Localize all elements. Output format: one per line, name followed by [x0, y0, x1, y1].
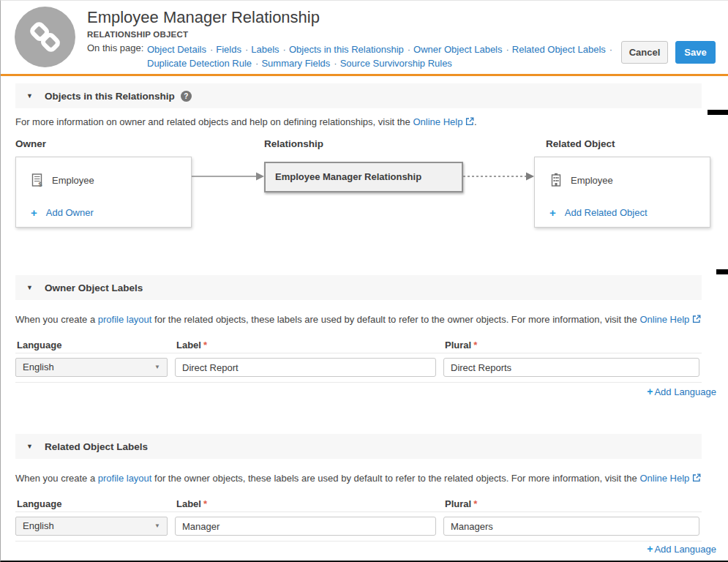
- add-related-object-label[interactable]: Add Related Object: [565, 207, 648, 218]
- related-labels-intro-text: When you create a profile layout for the…: [15, 473, 701, 484]
- on-this-page-links: Object Details·Fields·Labels·Objects in …: [147, 42, 626, 70]
- cancel-button[interactable]: Cancel: [621, 41, 668, 64]
- on-this-page-link[interactable]: Object Details: [147, 44, 206, 55]
- language-selected-value: English: [23, 520, 54, 531]
- link-separator: ·: [255, 58, 258, 69]
- plural-label: Plural*: [443, 498, 699, 509]
- plural-input[interactable]: [443, 358, 699, 377]
- required-marker: *: [203, 498, 207, 509]
- plus-icon: +: [549, 206, 556, 219]
- section-header-related-labels[interactable]: ▼ Related Object Labels: [15, 434, 702, 459]
- on-this-page-link-item: Labels·: [251, 42, 286, 56]
- relationship-card[interactable]: Employee Manager Relationship: [264, 162, 463, 192]
- intro-text: When you create a: [15, 314, 98, 325]
- intro-text: For more information on owner and relate…: [15, 116, 413, 127]
- profile-layout-link[interactable]: profile layout: [98, 473, 152, 484]
- on-this-page-link[interactable]: Owner Object Labels: [413, 44, 502, 55]
- owner-object-row[interactable]: $ Employee: [31, 172, 191, 188]
- online-help-link[interactable]: Online Help: [639, 473, 689, 484]
- on-this-page-link[interactable]: Labels: [251, 44, 279, 55]
- language-label: Language: [15, 498, 168, 509]
- plus-icon: +: [647, 543, 653, 555]
- relationship-column-header: Relationship: [264, 138, 323, 149]
- related-object-name: Employee: [571, 175, 613, 186]
- profile-layout-link[interactable]: profile layout: [98, 314, 152, 325]
- link-separator: ·: [210, 44, 213, 55]
- relationship-object-page: Employee Manager Relationship RELATIONSH…: [0, 0, 728, 562]
- scroll-marker: [716, 269, 728, 274]
- plus-icon: +: [31, 206, 37, 219]
- language-label: Language: [15, 340, 168, 351]
- save-button[interactable]: Save: [675, 41, 716, 64]
- owner-object-card: $ Employee + Add Owner: [15, 157, 192, 228]
- add-language-label[interactable]: Add Language: [654, 544, 716, 555]
- language-selected-value: English: [23, 361, 54, 372]
- link-separator: ·: [609, 44, 612, 55]
- help-icon[interactable]: ?: [181, 91, 192, 102]
- on-this-page-link[interactable]: Summary Fields: [261, 58, 330, 69]
- collapse-caret-icon[interactable]: ▼: [26, 443, 45, 450]
- language-select[interactable]: English ▼: [15, 358, 168, 377]
- employee-object-icon: $: [31, 173, 44, 187]
- required-marker: *: [203, 340, 207, 351]
- required-marker: *: [473, 340, 477, 351]
- link-separator: ·: [408, 44, 410, 55]
- relationship-to-related-arrow: [463, 171, 534, 181]
- related-labels-field-row: English ▼: [15, 512, 702, 542]
- related-object-row[interactable]: Employee: [549, 172, 710, 188]
- relationship-name: Employee Manager Relationship: [275, 171, 421, 182]
- related-labels-field-headers: Language Label* Plural*: [15, 498, 702, 509]
- required-marker: *: [473, 498, 477, 509]
- label-input[interactable]: [175, 517, 436, 536]
- owner-column-header: Owner: [15, 138, 46, 149]
- accent-divider: [1, 74, 728, 76]
- objects-intro-text: For more information on owner and relate…: [15, 116, 477, 127]
- on-this-page-link[interactable]: Objects in this Relationship: [289, 44, 404, 55]
- intro-text: for the owner objects, these labels are …: [151, 473, 639, 484]
- label-label: Label*: [175, 340, 436, 351]
- on-this-page-link[interactable]: Fields: [216, 44, 241, 55]
- section-header-owner-labels[interactable]: ▼ Owner Object Labels: [15, 275, 702, 300]
- chevron-down-icon: ▼: [154, 359, 160, 376]
- add-owner-button[interactable]: + Add Owner: [31, 204, 191, 220]
- owner-labels-field-headers: Language Label* Plural*: [15, 340, 702, 351]
- plural-label: Plural*: [443, 340, 699, 351]
- owner-labels-intro-text: When you create a profile layout for the…: [15, 314, 701, 325]
- language-select[interactable]: English ▼: [15, 517, 168, 536]
- external-link-icon: [692, 473, 701, 482]
- link-separator: ·: [245, 44, 248, 55]
- owner-labels-field-row: English ▼: [15, 353, 702, 383]
- online-help-link[interactable]: Online Help: [413, 116, 462, 127]
- intro-text: for the related objects, these labels ar…: [151, 314, 639, 325]
- online-help-link[interactable]: Online Help: [639, 314, 689, 325]
- scroll-marker: [708, 110, 728, 115]
- plural-input[interactable]: [443, 517, 699, 536]
- related-object-card: Employee + Add Related Object: [534, 157, 710, 228]
- add-language-label[interactable]: Add Language: [654, 386, 716, 397]
- intro-suffix: .: [474, 116, 477, 127]
- link-separator: ·: [334, 58, 337, 69]
- label-label: Label*: [175, 498, 436, 509]
- external-link-icon: [692, 315, 701, 323]
- collapse-caret-icon[interactable]: ▼: [26, 284, 45, 291]
- on-this-page-link[interactable]: Source Survivorship Rules: [340, 58, 452, 69]
- add-language-button[interactable]: +Add Language: [15, 543, 716, 555]
- add-language-button[interactable]: +Add Language: [15, 386, 716, 397]
- object-type-subtitle: RELATIONSHIP OBJECT: [87, 30, 188, 39]
- external-link-icon: [465, 117, 474, 126]
- on-this-page-link-item: Fields·: [216, 42, 248, 56]
- plus-icon: +: [647, 386, 653, 397]
- add-related-object-button[interactable]: + Add Related Object: [549, 204, 710, 220]
- label-input[interactable]: [175, 358, 436, 377]
- chevron-down-icon: ▼: [154, 517, 160, 535]
- section-header-objects[interactable]: ▼ Objects in this Relationship ?: [15, 83, 702, 108]
- on-this-page-link-item: Objects in this Relationship·: [289, 42, 410, 56]
- on-this-page-link-item: Summary Fields·: [261, 56, 337, 70]
- collapse-caret-icon[interactable]: ▼: [26, 92, 45, 100]
- section-title: Objects in this Relationship: [45, 91, 175, 102]
- on-this-page-link[interactable]: Duplicate Detection Rule: [147, 58, 252, 69]
- add-owner-label[interactable]: Add Owner: [46, 207, 94, 218]
- on-this-page-link[interactable]: Related Object Labels: [512, 44, 606, 55]
- owner-to-relationship-arrow: [192, 171, 264, 181]
- on-this-page-link-item: Duplicate Detection Rule·: [147, 56, 258, 70]
